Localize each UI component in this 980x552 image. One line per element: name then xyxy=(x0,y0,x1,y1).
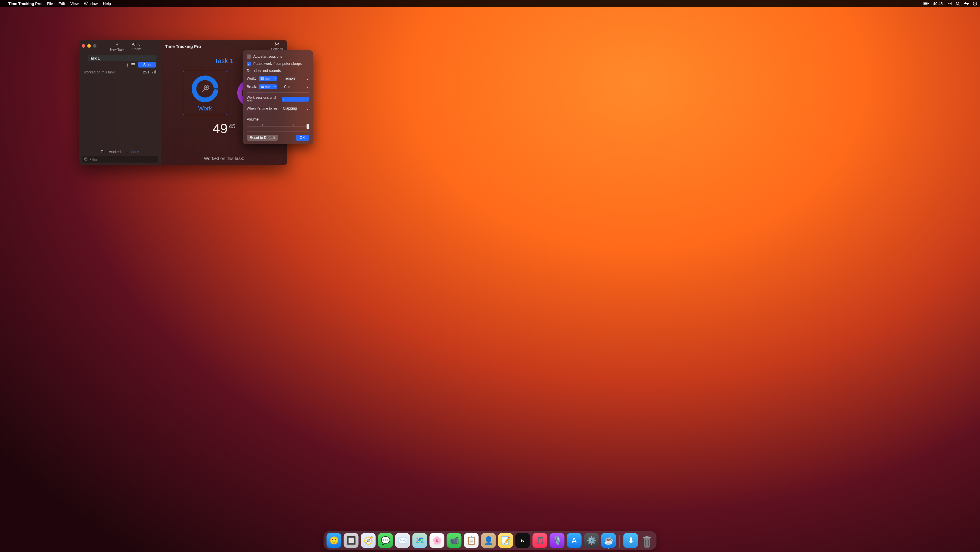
window-minimize-button[interactable] xyxy=(87,44,91,48)
svg-point-21 xyxy=(275,43,276,44)
worked-value: 25s xyxy=(143,70,150,74)
reset-button[interactable]: Reset to Default xyxy=(247,135,278,141)
slider-knob[interactable] xyxy=(307,124,309,129)
total-worked-line: Total worked time: none xyxy=(79,149,161,155)
menu-help[interactable]: Help xyxy=(103,2,111,6)
show-filter-button[interactable]: All ⌄ Show xyxy=(129,42,144,51)
timer-seconds: 45 xyxy=(229,123,235,130)
timer-minutes: 49 xyxy=(212,121,228,137)
svg-rect-14 xyxy=(154,71,155,73)
macos-menubar: Time Tracking Pro File Edit View Window … xyxy=(0,0,980,7)
volume-label: Volume xyxy=(247,117,309,121)
dock-app-finder[interactable]: 🙂 xyxy=(327,533,342,548)
app-menu[interactable]: Time Tracking Pro xyxy=(8,2,41,6)
work-ring-label: Work xyxy=(198,105,212,112)
filter-bar[interactable] xyxy=(82,156,158,163)
break-sound-select[interactable]: Coin xyxy=(283,84,309,89)
work-duration-row: Work: 50 min Temple xyxy=(247,76,309,81)
menu-view[interactable]: View xyxy=(70,2,79,6)
dock: 🙂🔲🧭💬✉️🗺️🌸📹📋👤📝tv🎵🎙️A⚙️☕ ⬇︎ xyxy=(324,531,657,550)
rest-label: When it's time to rest: xyxy=(247,107,280,110)
duration-section-heading: Duration and sounds xyxy=(247,69,309,73)
window-close-button[interactable] xyxy=(82,44,85,48)
svg-rect-3 xyxy=(947,2,951,5)
autostart-checkbox-row[interactable]: Autostart sessions xyxy=(247,54,309,59)
dock-trash[interactable] xyxy=(641,535,654,548)
hamburger-icon[interactable]: ☰ xyxy=(131,62,135,67)
volume-slider[interactable] xyxy=(247,123,309,130)
bar-chart-icon[interactable] xyxy=(153,70,156,74)
dock-app-notes[interactable]: 📝 xyxy=(498,533,513,548)
svg-rect-2 xyxy=(928,3,929,4)
dock-app-timetracking[interactable]: ☕ xyxy=(601,533,616,548)
svg-rect-4 xyxy=(948,3,949,3)
dock-app-photos[interactable]: 🌸 xyxy=(430,533,444,548)
folder-icon: ⬇︎ xyxy=(628,536,634,545)
svg-rect-1 xyxy=(924,3,928,5)
dock-app-launchpad[interactable]: 🔲 xyxy=(344,533,359,548)
dock-app-mail[interactable]: ✉️ xyxy=(395,533,410,548)
svg-line-7 xyxy=(959,5,959,5)
sidebar: ＋ New Task All ⌄ Show ⌄ ▴▾ ☰ Stop Worked… xyxy=(79,40,161,165)
dock-app-reminders[interactable]: 📋 xyxy=(464,533,479,548)
task-card[interactable]: ⌄ ▴▾ ☰ Stop Worked on this task: 25s xyxy=(81,54,159,76)
pause-checkbox-row[interactable]: ✓ Pause work if computer sleeps xyxy=(247,62,309,66)
menubar-extra-icon[interactable] xyxy=(964,2,969,5)
battery-icon[interactable] xyxy=(923,2,929,5)
filter-icon xyxy=(84,157,88,162)
checkbox-icon[interactable] xyxy=(247,54,251,59)
svg-rect-9 xyxy=(965,2,966,3)
settings-popover: Autostart sessions ✓ Pause work if compu… xyxy=(243,50,313,144)
autostart-label: Autostart sessions xyxy=(253,54,282,59)
menubar-circle-icon[interactable] xyxy=(973,2,977,6)
dock-app-safari[interactable]: 🧭 xyxy=(361,533,376,548)
disclosure-caret-icon[interactable]: ⌄ xyxy=(83,57,86,60)
ok-button[interactable]: OK xyxy=(296,135,309,141)
control-center-icon[interactable] xyxy=(947,2,951,5)
running-indicator-dot xyxy=(608,549,609,549)
dock-app-podcasts[interactable]: 🎙️ xyxy=(550,533,565,548)
dock-downloads-folder[interactable]: ⬇︎ xyxy=(624,533,638,548)
work-session-card[interactable]: Work xyxy=(183,71,227,115)
svg-line-29 xyxy=(202,89,205,91)
checkbox-icon[interactable]: ✓ xyxy=(247,62,251,66)
total-worked-value: none xyxy=(131,150,139,154)
menu-file[interactable]: File xyxy=(47,2,53,6)
menubar-clock[interactable]: 49:45 xyxy=(933,2,943,6)
work-progress-ring xyxy=(191,74,220,103)
new-task-button[interactable]: ＋ New Task xyxy=(107,42,127,51)
filter-input[interactable] xyxy=(89,158,156,162)
work-sound-select[interactable]: Temple xyxy=(283,76,309,81)
svg-rect-8 xyxy=(964,3,969,4)
stepper-icon[interactable]: ▴▾ xyxy=(127,63,128,67)
dock-app-appstore[interactable]: A xyxy=(567,533,582,548)
dock-app-maps[interactable]: 🗺️ xyxy=(412,533,427,548)
work-label: Work: xyxy=(247,77,257,81)
dock-app-facetime[interactable]: 📹 xyxy=(447,533,461,548)
svg-point-25 xyxy=(278,43,279,44)
window-title: Time Tracking Pro xyxy=(165,44,201,49)
break-duration-select[interactable]: 10 min xyxy=(259,85,277,89)
dock-app-messages[interactable]: 💬 xyxy=(378,533,393,548)
break-label: Break: xyxy=(247,85,257,89)
stop-button[interactable]: Stop xyxy=(138,62,156,67)
dock-app-settings[interactable]: ⚙️ xyxy=(584,533,599,548)
svg-rect-33 xyxy=(643,537,651,538)
dock-app-tv[interactable]: tv xyxy=(515,533,530,548)
settings-button[interactable]: Settings xyxy=(271,42,283,51)
sessions-select[interactable]: 6 xyxy=(282,97,309,102)
svg-point-6 xyxy=(956,2,959,5)
menu-window[interactable]: Window xyxy=(84,2,98,6)
task-title-input[interactable] xyxy=(88,55,156,61)
window-fullscreen-button[interactable] xyxy=(93,44,97,48)
spotlight-icon[interactable] xyxy=(956,2,960,6)
pause-label: Pause work if computer sleeps xyxy=(253,62,302,66)
dock-app-contacts[interactable]: 👤 xyxy=(481,533,496,548)
detail-task-heading: Task 1 xyxy=(215,57,234,65)
rest-sound-select[interactable]: Clapping xyxy=(282,106,309,111)
work-duration-select[interactable]: 50 min xyxy=(259,76,277,81)
rest-sound-row: When it's time to rest: Clapping xyxy=(247,106,309,111)
menu-edit[interactable]: Edit xyxy=(58,2,65,6)
dock-app-music[interactable]: 🎵 xyxy=(533,533,547,548)
sessions-until-rest-row: Work sessions until rest: 6 xyxy=(247,96,309,103)
